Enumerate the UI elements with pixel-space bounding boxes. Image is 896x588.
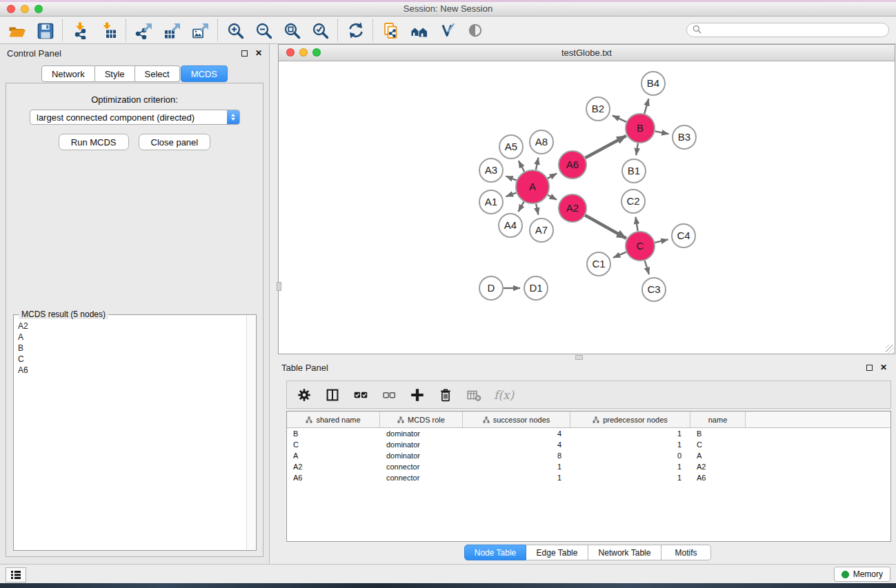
search-input[interactable] xyxy=(706,25,883,36)
mcds-result-title: MCDS result (5 nodes) xyxy=(19,310,108,319)
graph-edge-B-B4[interactable] xyxy=(644,99,648,114)
open-session-icon[interactable] xyxy=(7,21,26,40)
save-session-icon[interactable] xyxy=(35,21,54,40)
column-type-icon xyxy=(306,416,312,423)
tab-node-table[interactable]: Node Table xyxy=(464,545,526,560)
optimization-dropdown[interactable]: largest connected component (directed) xyxy=(30,110,240,125)
table-cell: A6 xyxy=(690,474,746,482)
graph-edge-A2-C[interactable] xyxy=(585,215,626,238)
graph-node-label: A4 xyxy=(504,219,517,231)
close-panel-button[interactable]: Close panel xyxy=(139,134,211,150)
settings-gear-icon[interactable] xyxy=(296,387,312,403)
tab-network[interactable]: Network xyxy=(41,65,95,82)
delete-column-icon[interactable] xyxy=(437,387,454,403)
zoom-fit-icon[interactable] xyxy=(282,21,301,40)
graph-edge-B-B1[interactable] xyxy=(636,143,638,155)
export-table-icon[interactable] xyxy=(162,21,181,40)
graph-edge-C-C3[interactable] xyxy=(645,261,649,274)
close-table-panel-icon[interactable]: ✕ xyxy=(880,364,887,371)
header-filler xyxy=(746,412,890,427)
status-bar: Memory xyxy=(0,564,896,583)
tab-network-table[interactable]: Network Table xyxy=(588,545,661,560)
float-panel-icon[interactable] xyxy=(241,50,248,57)
graph-edge-A-A1[interactable] xyxy=(506,193,517,197)
float-table-panel-icon[interactable] xyxy=(866,365,873,371)
graph-edge-A-A8[interactable] xyxy=(536,158,539,170)
table-cell: C xyxy=(690,440,746,449)
tab-motifs[interactable]: Motifs xyxy=(661,545,711,560)
graph-edge-B-B2[interactable] xyxy=(613,116,626,122)
app-title: Session: New Session xyxy=(0,3,896,14)
dropdown-stepper-icon[interactable] xyxy=(227,110,239,124)
duplicate-network-icon[interactable] xyxy=(381,21,400,40)
run-mcds-button[interactable]: Run MCDS xyxy=(59,134,129,150)
search-box[interactable] xyxy=(686,23,889,37)
table-cell: 1 xyxy=(570,440,690,449)
column-header-shared-name[interactable]: shared name xyxy=(287,412,380,427)
column-header-mcds-role[interactable]: MCDS role xyxy=(380,412,463,427)
graph-node-label: B1 xyxy=(628,165,640,176)
refresh-icon[interactable] xyxy=(346,21,365,40)
column-header-name[interactable]: name xyxy=(690,412,746,427)
result-item[interactable]: A xyxy=(18,332,246,343)
graph-edge-A-A7[interactable] xyxy=(536,204,538,215)
graph-edge-A-A6[interactable] xyxy=(548,174,557,179)
column-header-predecessor-nodes[interactable]: predecessor nodes xyxy=(570,412,690,427)
memory-label: Memory xyxy=(853,569,883,579)
export-image-icon[interactable] xyxy=(190,21,210,40)
export-network-icon[interactable] xyxy=(134,21,153,40)
deselect-all-icon[interactable] xyxy=(381,387,397,403)
zoom-selected-icon[interactable] xyxy=(310,21,330,40)
tab-edge-table[interactable]: Edge Table xyxy=(526,545,588,560)
toolbar-separator xyxy=(372,19,373,41)
graph-edge-A-A3[interactable] xyxy=(506,176,516,181)
table-row[interactable]: A6connector11A6 xyxy=(287,472,890,483)
column-view-icon[interactable] xyxy=(324,387,341,403)
result-item[interactable]: C xyxy=(18,354,246,365)
graph-edge-C-C4[interactable] xyxy=(655,239,668,243)
tab-style[interactable]: Style xyxy=(95,65,135,82)
graph-edge-A-A4[interactable] xyxy=(518,202,524,212)
result-item[interactable]: A6 xyxy=(18,365,246,376)
graph-edge-B-B3[interactable] xyxy=(655,131,669,134)
graph-edge-A-A5[interactable] xyxy=(519,161,524,172)
table-row[interactable]: Adominator80A xyxy=(287,450,890,461)
table-panel-title: Table Panel xyxy=(281,363,328,373)
resize-grip-icon[interactable] xyxy=(886,345,894,353)
result-item[interactable]: B xyxy=(18,343,246,354)
tab-mcds[interactable]: MCDS xyxy=(181,65,228,82)
app-titlebar[interactable]: Session: New Session xyxy=(0,2,896,17)
table-row[interactable]: A2connector11A2 xyxy=(287,461,890,472)
add-column-icon[interactable] xyxy=(409,387,426,403)
table-tabs: Node TableEdge TableNetwork TableMotifs xyxy=(464,545,711,560)
select-all-icon[interactable] xyxy=(352,387,369,403)
import-network-icon[interactable] xyxy=(70,21,90,40)
column-header-successor-nodes[interactable]: successor nodes xyxy=(463,412,570,427)
table-cell: 4 xyxy=(463,429,570,438)
task-history-button[interactable] xyxy=(6,567,26,582)
import-table-icon[interactable] xyxy=(99,21,118,40)
network-graph[interactable]: B4B2BB3A8A5A6A3B1AC2A1A2A4A7C4CC1DD1C3 xyxy=(279,61,895,354)
graph-edge-C-C1[interactable] xyxy=(613,252,626,258)
memory-button[interactable]: Memory xyxy=(834,567,890,582)
table-cell: A xyxy=(690,452,746,460)
home-icon[interactable] xyxy=(409,21,428,40)
eye-icon[interactable] xyxy=(466,21,485,40)
network-window-titlebar[interactable]: testGlobe.txt xyxy=(279,45,895,61)
tab-select[interactable]: Select xyxy=(135,65,180,82)
table-row[interactable]: Cdominator41C xyxy=(287,439,890,450)
splitter-handle[interactable] xyxy=(277,282,281,291)
close-panel-icon[interactable]: ✕ xyxy=(255,50,262,57)
network-canvas[interactable]: B4B2BB3A8A5A6A3B1AC2A1A2A4A7C4CC1DD1C3 xyxy=(279,61,895,354)
zoom-out-icon[interactable] xyxy=(254,21,273,40)
graph-edge-C-C2[interactable] xyxy=(636,217,638,232)
result-scrollbar[interactable] xyxy=(246,316,255,549)
table-row[interactable]: Bdominator41B xyxy=(287,428,890,439)
graph-edge-A-A2[interactable] xyxy=(548,195,557,200)
zoom-in-icon[interactable] xyxy=(226,21,245,40)
graph-edge-A6-B[interactable] xyxy=(586,136,626,158)
result-item[interactable]: A2 xyxy=(18,321,246,332)
graphics-details-icon[interactable] xyxy=(437,21,457,40)
graph-node-label: A xyxy=(529,181,536,192)
table-cell: 1 xyxy=(570,474,690,482)
